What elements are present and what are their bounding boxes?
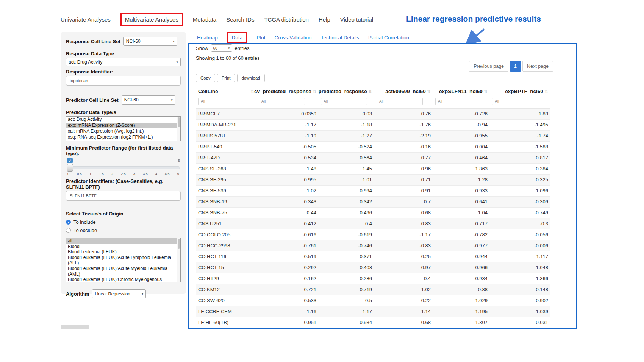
table-row[interactable]: CO:COLO 205-0.616-0.619-1.17-0.782-0.056 xyxy=(196,229,550,240)
predictor-data-types-listbox[interactable]: act: Drug Activityexp: mRNA Expression (… xyxy=(66,116,181,141)
table-row[interactable]: CO:KM12-0.721-0.719-1.02-0.88-0.148 xyxy=(196,284,550,295)
filter-input-predicted-response[interactable] xyxy=(321,98,367,105)
filter-input-expslfn11-nci60[interactable] xyxy=(435,98,481,105)
response-data-type-select[interactable]: act: Drug Activity ▾ xyxy=(66,58,181,66)
tissue-option-blood-leukemia-leuk-acute-lymphoid-leukemia-all[interactable]: Blood:Leukemia (LEUK):Acute Lymphoid Leu… xyxy=(66,255,180,266)
nav-item-help[interactable]: Help xyxy=(319,16,330,23)
tab-heatmap[interactable]: Heatmap xyxy=(197,35,218,41)
copy-button[interactable]: Copy xyxy=(196,74,215,82)
predictor-cell-line-set-select[interactable]: NCI-60 ▾ xyxy=(122,95,175,105)
table-row[interactable]: CO:HCC-2998-0.761-0.746-0.83-0.977-0.006 xyxy=(196,240,550,251)
table-row[interactable]: CO:SW-620-0.533-0.50.22-1.0290.902 xyxy=(196,295,550,306)
slider-track[interactable] xyxy=(67,166,180,169)
value-cell: -0.006 xyxy=(490,240,550,251)
tissue-radio-to-exclude[interactable]: To exclude xyxy=(66,228,181,233)
download-button[interactable]: download xyxy=(237,74,265,82)
table-row[interactable]: CNS:U2510.4120.40.830.717-0.3 xyxy=(196,218,550,229)
column-header-act609699-nci60[interactable]: act609699_nci60⇅ xyxy=(374,85,433,97)
table-row[interactable]: CNS:SNB-190.3430.3420.70.641-0.309 xyxy=(196,196,550,207)
table-body: BR:MCF70.03590.030.76-0.7261.89BR:MDA-MB… xyxy=(196,108,550,328)
table-row[interactable]: BR:MDA-MB-231-1.17-1.18-1.76-0.94-1.495 xyxy=(196,119,550,130)
table-row[interactable]: BR:T-47D0.5340.5640.770.4640.817 xyxy=(196,152,550,163)
column-header-predicted-response[interactable]: predicted_response⇅ xyxy=(319,85,374,97)
table-row[interactable]: CNS:SNB-750.440.4960.681.04-0.749 xyxy=(196,207,550,218)
algorithm-select[interactable]: Linear Regression ▾ xyxy=(92,289,146,298)
radio-label: To exclude xyxy=(73,228,97,233)
scrollbar[interactable] xyxy=(177,117,180,141)
tab-data[interactable]: Data xyxy=(227,32,248,43)
table-row[interactable]: CNS:SF-2950.9951.010.711.280.325 xyxy=(196,174,550,185)
next-page-button[interactable]: Next page xyxy=(522,61,553,72)
table-row[interactable]: CO:HT29-0.162-0.286-0.4-0.9341.366 xyxy=(196,273,550,284)
sort-icon[interactable]: ⇅ xyxy=(484,89,488,94)
tissue-option-blood-leukemia-leuk-chronic-myelogenous-leukemia-cml[interactable]: Blood:Leukemia (LEUK):Chronic Myelogenou… xyxy=(66,277,180,282)
sort-icon[interactable]: ⇅ xyxy=(313,89,316,94)
print-button[interactable]: Print xyxy=(217,74,235,82)
tab-technical-details[interactable]: Technical Details xyxy=(321,35,359,41)
entries-count-select[interactable]: 60 ▾ xyxy=(211,44,232,52)
table-row[interactable]: LE:HL-60(TB)0.9510.9340.681.3070.031 xyxy=(196,317,550,328)
filter-input-cellline[interactable] xyxy=(198,98,244,105)
tissue-radio-to-include[interactable]: To include xyxy=(66,219,181,225)
value-cell: 1.366 xyxy=(490,273,550,284)
tissue-option-blood-leukemia-leuk[interactable]: Blood:Leukemia (LEUK) xyxy=(66,249,180,255)
predictor-option-xai-mrna-expression-avg-log2-int[interactable]: xai: mRNA Expression (Avg. log2 Int.) xyxy=(66,128,180,134)
sort-icon[interactable]: ⇅ xyxy=(427,89,431,94)
tab-cross-validation[interactable]: Cross-Validation xyxy=(275,35,312,41)
tab-partial-correlation[interactable]: Partial Correlation xyxy=(368,35,409,41)
value-cell: 0.933 xyxy=(433,185,490,196)
column-header-cellline[interactable]: CellLine⇅ xyxy=(196,85,256,97)
table-row[interactable]: BR:HS 578T-1.19-1.27-2.19-0.955-1.74 xyxy=(196,130,550,141)
value-cell: 1.45 xyxy=(319,163,374,174)
filter-input-cv-predicted-response[interactable] xyxy=(259,98,305,105)
value-cell: -1.18 xyxy=(319,119,374,130)
tissue-option-blood[interactable]: Blood xyxy=(66,244,180,250)
nav-item-search-ids[interactable]: Search IDs xyxy=(226,16,254,23)
nav-item-metadata[interactable]: Metadata xyxy=(193,16,217,23)
value-cell: 0.71 xyxy=(374,174,433,185)
predictor-identifiers-input[interactable] xyxy=(66,191,181,201)
table-row[interactable]: CNS:SF-2681.481.450.961.8630.384 xyxy=(196,163,550,174)
nav-item-univariate-analyses[interactable]: Univariate Analyses xyxy=(61,16,111,23)
nav-item-multivariate-analyses[interactable]: Multivariate Analyses xyxy=(120,13,183,26)
column-header-expbptf-nci60[interactable]: expBPTF_nci60⇅ xyxy=(490,85,550,97)
current-page-button[interactable]: 1 xyxy=(510,61,521,72)
scrollbar-thumb[interactable] xyxy=(178,239,180,249)
predictor-option-exp-mrna-expression-z-score[interactable]: exp: mRNA Expression (Z-Score) xyxy=(66,123,180,129)
filter-input-act609699-nci60[interactable] xyxy=(377,98,423,105)
sort-icon[interactable]: ⇅ xyxy=(545,89,548,94)
table-row[interactable]: BR:BT-549-0.505-0.524-0.160.004-1.588 xyxy=(196,141,550,152)
slider-tick-label: 0 xyxy=(67,172,69,176)
response-identifier-input[interactable] xyxy=(66,76,181,86)
response-cell-line-set-select[interactable]: NCI-60 ▾ xyxy=(123,37,177,46)
value-cell: 0.76 xyxy=(374,108,433,119)
value-cell: 0.91 xyxy=(374,185,433,196)
value-cell: 0.004 xyxy=(433,141,490,152)
table-row[interactable]: LE:CCRF-CEM1.161.171.141.1951.039 xyxy=(196,306,550,317)
nav-item-video-tutorial[interactable]: Video tutorial xyxy=(340,16,373,23)
scrollbar-thumb[interactable] xyxy=(178,117,180,127)
predictor-option-xsq-rna-seq-expression-log2-fpkm-1[interactable]: xsq: RNA-seq Expression (log2 FPKM+1.) xyxy=(66,134,180,140)
slider-handle[interactable] xyxy=(67,164,73,172)
predictor-option-act-drug-activity[interactable]: act: Drug Activity xyxy=(66,117,180,123)
table-row[interactable]: BR:MCF70.03590.030.76-0.7261.89 xyxy=(196,108,550,119)
page: Univariate AnalysesMultivariate Analyses… xyxy=(0,0,644,362)
table-row[interactable]: CO:HCT-15-0.292-0.408-0.97-0.9661.048 xyxy=(196,262,550,273)
previous-page-button[interactable]: Previous page xyxy=(469,61,508,72)
annotation-text: Linear regression predictive results xyxy=(406,14,541,23)
sort-icon[interactable]: ⇅ xyxy=(251,89,254,94)
column-header-cv-predicted-response[interactable]: cv_predicted_response⇅ xyxy=(256,85,319,97)
value-cell: -0.3 xyxy=(490,218,550,229)
tissue-listbox[interactable]: allBloodBlood:Leukemia (LEUK)Blood:Leuke… xyxy=(66,238,181,282)
sort-icon[interactable]: ⇅ xyxy=(369,89,372,94)
column-header-expslfn11-nci60[interactable]: expSLFN11_nci60⇅ xyxy=(433,85,490,97)
filter-input-expbptf-nci60[interactable] xyxy=(492,98,538,105)
tissue-option-all[interactable]: all xyxy=(66,238,180,244)
nav-item-tcga-distribution[interactable]: TCGA distribution xyxy=(264,16,309,23)
tissue-option-blood-leukemia-leuk-acute-myeloid-leukemia-aml[interactable]: Blood:Leukemia (LEUK):Acute Myeloid Leuk… xyxy=(66,266,180,277)
table-row[interactable]: CNS:SF-5391.020.9940.910.9331.096 xyxy=(196,185,550,196)
response-cell-line-set-label: Response Cell Line Set xyxy=(66,39,120,44)
scrollbar[interactable] xyxy=(177,238,180,282)
tab-plot[interactable]: Plot xyxy=(256,35,265,41)
table-row[interactable]: CO:HCT-116-0.519-0.3710.25-0.9441.117 xyxy=(196,251,550,262)
